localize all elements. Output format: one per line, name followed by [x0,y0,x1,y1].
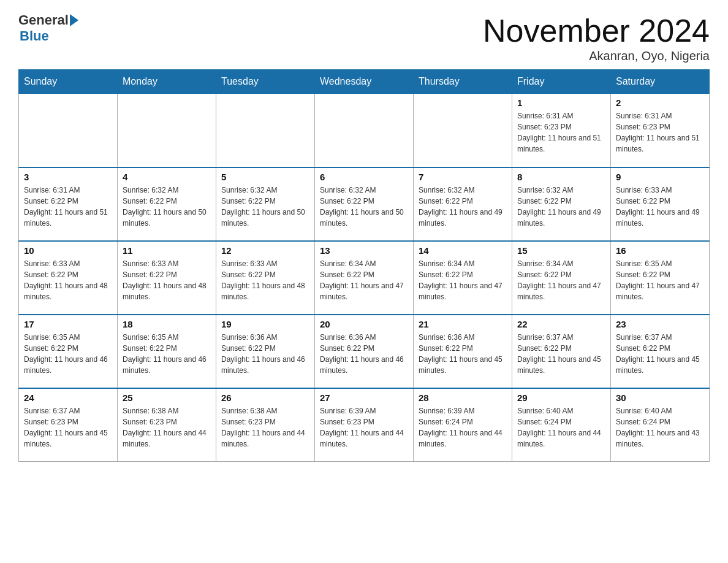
calendar-cell: 23Sunrise: 6:37 AM Sunset: 6:22 PM Dayli… [611,315,710,388]
day-number: 20 [320,319,408,329]
day-number: 2 [616,98,704,108]
day-info: Sunrise: 6:36 AM Sunset: 6:22 PM Dayligh… [320,332,408,376]
day-info: Sunrise: 6:34 AM Sunset: 6:22 PM Dayligh… [320,258,408,302]
day-info: Sunrise: 6:32 AM Sunset: 6:22 PM Dayligh… [221,185,309,229]
calendar-cell: 29Sunrise: 6:40 AM Sunset: 6:24 PM Dayli… [512,388,611,462]
day-info: Sunrise: 6:33 AM Sunset: 6:22 PM Dayligh… [123,258,211,302]
calendar-week-row: 1Sunrise: 6:31 AM Sunset: 6:23 PM Daylig… [19,94,710,167]
calendar-cell: 5Sunrise: 6:32 AM Sunset: 6:22 PM Daylig… [216,167,315,241]
day-info: Sunrise: 6:38 AM Sunset: 6:23 PM Dayligh… [221,405,309,450]
day-info: Sunrise: 6:32 AM Sunset: 6:22 PM Dayligh… [320,185,408,229]
calendar-cell: 27Sunrise: 6:39 AM Sunset: 6:23 PM Dayli… [315,388,414,462]
calendar-cell: 17Sunrise: 6:35 AM Sunset: 6:22 PM Dayli… [19,315,118,388]
day-number: 27 [320,393,408,403]
day-number: 10 [24,245,112,256]
calendar-cell: 8Sunrise: 6:32 AM Sunset: 6:22 PM Daylig… [512,167,611,241]
logo-blue-text: Blue [20,28,49,44]
day-info: Sunrise: 6:39 AM Sunset: 6:23 PM Dayligh… [320,405,408,450]
page-header: General Blue November 2024 Akanran, Oyo,… [18,12,710,63]
day-info: Sunrise: 6:37 AM Sunset: 6:23 PM Dayligh… [24,405,112,450]
calendar-week-row: 10Sunrise: 6:33 AM Sunset: 6:22 PM Dayli… [19,241,710,315]
day-number: 22 [517,319,605,329]
day-info: Sunrise: 6:35 AM Sunset: 6:22 PM Dayligh… [123,332,211,376]
calendar-cell [118,94,216,167]
calendar-cell: 10Sunrise: 6:33 AM Sunset: 6:22 PM Dayli… [19,241,118,315]
calendar-table: SundayMondayTuesdayWednesdayThursdayFrid… [18,69,710,462]
day-info: Sunrise: 6:40 AM Sunset: 6:24 PM Dayligh… [616,405,704,450]
day-info: Sunrise: 6:34 AM Sunset: 6:22 PM Dayligh… [517,258,605,302]
day-info: Sunrise: 6:39 AM Sunset: 6:24 PM Dayligh… [419,405,507,450]
day-info: Sunrise: 6:33 AM Sunset: 6:22 PM Dayligh… [221,258,309,302]
calendar-header-friday: Friday [512,70,611,94]
calendar-cell: 20Sunrise: 6:36 AM Sunset: 6:22 PM Dayli… [315,315,414,388]
calendar-header-monday: Monday [118,70,216,94]
day-number: 24 [24,393,112,403]
day-number: 19 [221,319,309,329]
day-number: 17 [24,319,112,329]
day-info: Sunrise: 6:37 AM Sunset: 6:22 PM Dayligh… [517,332,605,376]
calendar-cell: 12Sunrise: 6:33 AM Sunset: 6:22 PM Dayli… [216,241,315,315]
day-info: Sunrise: 6:37 AM Sunset: 6:22 PM Dayligh… [616,332,704,376]
calendar-header-thursday: Thursday [414,70,512,94]
day-number: 30 [616,393,704,403]
day-number: 26 [221,393,309,403]
day-info: Sunrise: 6:31 AM Sunset: 6:23 PM Dayligh… [616,110,704,155]
calendar-cell: 21Sunrise: 6:36 AM Sunset: 6:22 PM Dayli… [414,315,512,388]
calendar-cell [216,94,315,167]
day-number: 12 [221,245,309,256]
calendar-cell: 25Sunrise: 6:38 AM Sunset: 6:23 PM Dayli… [118,388,216,462]
calendar-cell: 15Sunrise: 6:34 AM Sunset: 6:22 PM Dayli… [512,241,611,315]
calendar-cell [414,94,512,167]
day-number: 18 [123,319,211,329]
calendar-cell [315,94,414,167]
day-info: Sunrise: 6:31 AM Sunset: 6:23 PM Dayligh… [517,110,605,155]
day-info: Sunrise: 6:35 AM Sunset: 6:22 PM Dayligh… [24,332,112,376]
logo-triangle-icon [70,14,78,26]
location: Akanran, Oyo, Nigeria [483,49,710,63]
day-number: 4 [123,172,211,182]
calendar-cell: 30Sunrise: 6:40 AM Sunset: 6:24 PM Dayli… [611,388,710,462]
day-info: Sunrise: 6:35 AM Sunset: 6:22 PM Dayligh… [616,258,704,302]
calendar-cell: 6Sunrise: 6:32 AM Sunset: 6:22 PM Daylig… [315,167,414,241]
calendar-cell: 13Sunrise: 6:34 AM Sunset: 6:22 PM Dayli… [315,241,414,315]
calendar-cell: 14Sunrise: 6:34 AM Sunset: 6:22 PM Dayli… [414,241,512,315]
calendar-header-row: SundayMondayTuesdayWednesdayThursdayFrid… [19,70,710,94]
calendar-cell: 7Sunrise: 6:32 AM Sunset: 6:22 PM Daylig… [414,167,512,241]
day-info: Sunrise: 6:36 AM Sunset: 6:22 PM Dayligh… [419,332,507,376]
day-number: 28 [419,393,507,403]
calendar-cell: 18Sunrise: 6:35 AM Sunset: 6:22 PM Dayli… [118,315,216,388]
calendar-cell: 16Sunrise: 6:35 AM Sunset: 6:22 PM Dayli… [611,241,710,315]
calendar-week-row: 3Sunrise: 6:31 AM Sunset: 6:22 PM Daylig… [19,167,710,241]
calendar-cell: 3Sunrise: 6:31 AM Sunset: 6:22 PM Daylig… [19,167,118,241]
title-area: November 2024 Akanran, Oyo, Nigeria [483,12,710,63]
calendar-cell [19,94,118,167]
month-title: November 2024 [483,12,710,49]
day-number: 7 [419,172,507,182]
day-number: 21 [419,319,507,329]
day-info: Sunrise: 6:34 AM Sunset: 6:22 PM Dayligh… [419,258,507,302]
day-number: 16 [616,245,704,256]
day-number: 9 [616,172,704,182]
day-number: 25 [123,393,211,403]
day-info: Sunrise: 6:36 AM Sunset: 6:22 PM Dayligh… [221,332,309,376]
day-info: Sunrise: 6:38 AM Sunset: 6:23 PM Dayligh… [123,405,211,450]
calendar-week-row: 17Sunrise: 6:35 AM Sunset: 6:22 PM Dayli… [19,315,710,388]
calendar-header-saturday: Saturday [611,70,710,94]
day-info: Sunrise: 6:32 AM Sunset: 6:22 PM Dayligh… [517,185,605,229]
day-number: 8 [517,172,605,182]
calendar-cell: 9Sunrise: 6:33 AM Sunset: 6:22 PM Daylig… [611,167,710,241]
day-number: 15 [517,245,605,256]
day-number: 23 [616,319,704,329]
day-number: 3 [24,172,112,182]
calendar-cell: 11Sunrise: 6:33 AM Sunset: 6:22 PM Dayli… [118,241,216,315]
logo-general-text: General [18,12,69,28]
day-number: 11 [123,245,211,256]
calendar-cell: 1Sunrise: 6:31 AM Sunset: 6:23 PM Daylig… [512,94,611,167]
day-info: Sunrise: 6:33 AM Sunset: 6:22 PM Dayligh… [24,258,112,302]
calendar-cell: 28Sunrise: 6:39 AM Sunset: 6:24 PM Dayli… [414,388,512,462]
day-info: Sunrise: 6:32 AM Sunset: 6:22 PM Dayligh… [419,185,507,229]
calendar-cell: 4Sunrise: 6:32 AM Sunset: 6:22 PM Daylig… [118,167,216,241]
day-number: 1 [517,98,605,108]
day-number: 5 [221,172,309,182]
calendar-cell: 24Sunrise: 6:37 AM Sunset: 6:23 PM Dayli… [19,388,118,462]
